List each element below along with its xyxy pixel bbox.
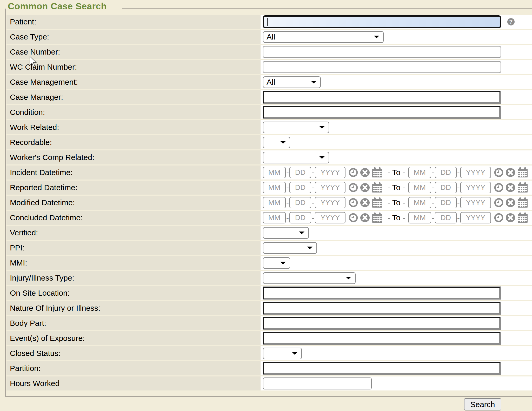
injury-illness-type-select[interactable] [263,272,356,284]
ppi-select[interactable] [263,242,317,254]
help-icon[interactable]: ? [507,18,515,25]
form-row-case-manager: Case Manager: [6,90,532,104]
work-related-select[interactable] [263,122,329,133]
form-row-injury-illness-type: Injury/Illness Type: [6,271,532,285]
calendar-icon[interactable] [372,213,382,223]
form-row-nature-of-injury: Nature Of Injury or Illness: [6,301,532,315]
recordable-select[interactable] [263,137,290,148]
case-management-label: Case Management: [6,75,261,89]
mouse-cursor [29,56,38,67]
incident-to-month-input[interactable] [408,167,431,178]
body-part-input[interactable] [263,317,501,330]
clear-date-icon[interactable] [360,213,370,222]
calendar-icon[interactable] [372,182,382,193]
mmi-select[interactable] [263,257,290,269]
concluded-from-month-input[interactable] [263,212,286,223]
incident-from-day-input[interactable] [289,167,311,178]
wc-claim-number-input[interactable] [263,61,501,73]
chevron-down-icon [373,35,380,39]
time-picker-icon[interactable] [494,213,503,222]
time-picker-icon[interactable] [494,183,503,192]
events-of-exposure-label: Event(s) of Exposure: [6,331,261,345]
calendar-icon[interactable] [517,167,528,178]
incident-from-year-input[interactable] [315,167,345,178]
calendar-icon[interactable] [372,167,382,178]
case-number-input[interactable] [263,46,501,58]
reported-datetime-label: Reported Datetime: [6,181,261,195]
clear-date-icon[interactable] [360,183,370,192]
verified-select[interactable] [263,227,309,239]
condition-input[interactable] [263,106,501,119]
chevron-down-icon [280,261,286,265]
time-picker-icon[interactable] [349,183,358,192]
modified-to-year-input[interactable] [460,197,491,208]
calendar-icon[interactable] [517,197,528,208]
form-row-workers-comp-related: Worker's Comp Related: [6,150,532,164]
concluded-from-day-input[interactable] [289,212,311,223]
case-manager-label: Case Manager: [6,90,261,104]
nature-of-injury-input[interactable] [263,302,501,315]
concluded-to-year-input[interactable] [460,212,491,223]
closed-status-select[interactable] [263,348,302,359]
modified-to-day-input[interactable] [435,197,457,208]
clear-date-icon[interactable] [506,213,515,222]
clear-date-icon[interactable] [506,183,515,192]
chevron-down-icon [319,125,325,129]
case-manager-input[interactable] [263,91,501,104]
form-row-recordable: Recordable: [6,135,532,149]
work-related-label: Work Related: [6,120,261,134]
reported-to-month-input[interactable] [408,182,431,193]
events-of-exposure-input[interactable] [263,332,501,345]
calendar-icon[interactable] [517,213,528,223]
reported-from-year-input[interactable] [315,182,345,193]
on-site-location-label: On Site Location: [6,286,261,300]
on-site-location-input[interactable] [263,287,501,300]
case-type-select[interactable]: All [263,31,384,43]
concluded-from-year-input[interactable] [315,212,345,223]
time-picker-icon[interactable] [349,168,358,177]
clear-date-icon[interactable] [360,198,370,207]
hours-worked-input[interactable] [263,377,372,389]
closed-status-label: Closed Status: [6,346,261,360]
case-management-select[interactable]: All [263,76,321,88]
verified-label: Verified: [6,226,261,240]
incident-to-day-input[interactable] [435,167,457,178]
time-picker-icon[interactable] [349,198,358,207]
selected-value: All [267,78,275,87]
incident-datetime-range: - - - To - - - [263,167,532,178]
workers-comp-related-select[interactable] [263,152,329,163]
clear-date-icon[interactable] [506,168,515,177]
common-case-search-fieldset: Patient: ? Case Type: All Case Number: W… [5,9,532,397]
range-separator: - To - [388,213,405,222]
time-picker-icon[interactable] [494,198,503,207]
modified-from-year-input[interactable] [315,197,345,208]
time-picker-icon[interactable] [494,168,503,177]
concluded-to-day-input[interactable] [435,212,457,223]
incident-from-month-input[interactable] [263,167,286,178]
incident-to-year-input[interactable] [460,167,491,178]
partition-input[interactable] [263,362,501,375]
chevron-down-icon [307,246,313,250]
ppi-label: PPI: [6,241,261,255]
chevron-down-icon [280,141,286,144]
form-row-incident-datetime: Incident Datetime: - - - To - - - [6,165,532,180]
reported-from-day-input[interactable] [289,182,311,193]
modified-datetime-range: - - - To - - - [263,197,532,208]
modified-to-month-input[interactable] [408,197,431,208]
reported-datetime-range: - - - To - - - [263,182,532,193]
form-row-wc-claim-number: WC Claim Number: [6,60,532,74]
search-button[interactable]: Search [464,398,501,410]
modified-from-day-input[interactable] [289,197,311,208]
calendar-icon[interactable] [517,182,528,193]
clear-date-icon[interactable] [506,198,515,207]
calendar-icon[interactable] [372,197,382,208]
reported-from-month-input[interactable] [263,182,286,193]
clear-date-icon[interactable] [360,168,370,177]
concluded-to-month-input[interactable] [408,212,431,223]
wc-claim-number-label: WC Claim Number: [6,60,261,74]
reported-to-year-input[interactable] [460,182,491,193]
reported-to-day-input[interactable] [435,182,457,193]
patient-input[interactable] [263,15,501,28]
time-picker-icon[interactable] [349,213,358,222]
modified-from-month-input[interactable] [263,197,286,208]
